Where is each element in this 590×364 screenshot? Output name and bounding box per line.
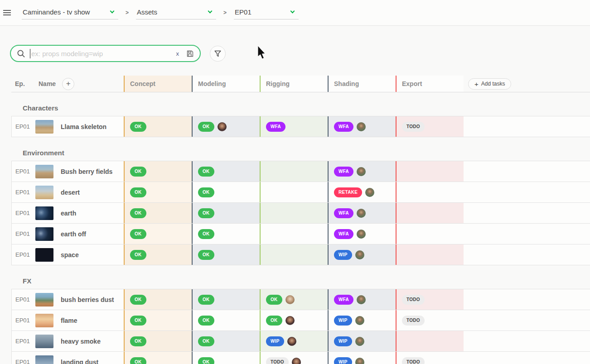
status-badge[interactable]: OK [130, 357, 146, 364]
asset-thumbnail[interactable] [35, 165, 53, 178]
status-badge[interactable]: OK [130, 295, 146, 305]
asset-thumbnail[interactable] [35, 186, 53, 199]
task-cell-modeling[interactable]: OK [192, 289, 260, 310]
task-cell-export[interactable]: TODO [396, 289, 464, 310]
asset-row[interactable]: EP01desertOKOKRETAKE [11, 182, 590, 202]
asset-name[interactable]: space [61, 251, 79, 259]
status-badge[interactable]: WIP [334, 336, 352, 346]
asset-row[interactable]: EP01earth offOKOKWFA [11, 223, 590, 244]
asset-name[interactable]: Bush berry fields [61, 168, 112, 175]
avatar[interactable] [285, 316, 295, 325]
task-cell-export[interactable] [396, 331, 464, 351]
task-cell-shading[interactable]: WIP [328, 352, 396, 364]
asset-row[interactable]: EP01spaceOKOKWIP [11, 244, 590, 265]
task-cell-shading[interactable]: WIP [328, 310, 396, 330]
task-cell-modeling[interactable]: OK [192, 331, 260, 351]
task-cell-modeling[interactable]: OK [192, 116, 260, 137]
asset-name[interactable]: desert [61, 189, 80, 196]
task-cell-modeling[interactable]: OK [192, 203, 260, 223]
add-column-button[interactable]: + [62, 78, 74, 90]
status-badge[interactable]: OK [130, 336, 146, 346]
clear-search-button[interactable]: x [176, 50, 179, 57]
task-cell-shading[interactable]: RETAKE [328, 182, 396, 202]
asset-row[interactable]: EP01landing dustOKOKTODOWIPTODO [11, 351, 590, 364]
avatar[interactable] [285, 295, 295, 304]
column-header-concept[interactable]: Concept [124, 76, 192, 92]
status-badge[interactable]: OK [130, 316, 146, 326]
task-cell-export[interactable]: TODO [396, 352, 464, 364]
avatar[interactable] [355, 316, 364, 325]
task-cell-shading[interactable]: WFA [328, 289, 396, 310]
asset-thumbnail[interactable] [35, 120, 53, 134]
save-search-icon[interactable] [186, 50, 194, 57]
task-cell-shading[interactable]: WFA [328, 203, 396, 223]
asset-row[interactable]: EP01flameOKOKOKWIPTODO [11, 310, 590, 330]
asset-name[interactable]: earth off [61, 230, 86, 238]
task-cell-shading[interactable]: WIP [328, 244, 396, 265]
status-badge[interactable]: OK [130, 122, 146, 132]
avatar[interactable] [357, 122, 366, 131]
task-cell-rigging[interactable]: TODO [260, 352, 328, 364]
task-cell-shading[interactable]: WFA [328, 161, 396, 182]
task-cell-concept[interactable]: OK [124, 161, 192, 182]
task-cell-concept[interactable]: OK [124, 289, 192, 310]
status-badge[interactable]: OK [198, 122, 214, 132]
avatar[interactable] [357, 209, 366, 218]
task-cell-concept[interactable]: OK [124, 244, 192, 265]
task-cell-export[interactable] [396, 203, 464, 223]
avatar[interactable] [287, 337, 296, 346]
task-cell-export[interactable] [396, 182, 464, 202]
avatar[interactable] [357, 167, 366, 176]
breadcrumb-section-select[interactable]: Assets [136, 6, 216, 19]
status-badge[interactable]: WFA [334, 122, 353, 132]
asset-row[interactable]: EP01bush berries dustOKOKOKWFATODO [11, 289, 590, 310]
task-cell-export[interactable]: TODO [396, 310, 464, 330]
avatar[interactable] [357, 230, 366, 239]
avatar[interactable] [355, 250, 364, 259]
avatar[interactable] [357, 295, 366, 304]
asset-row[interactable]: EP01heavy smokeOKOKWIPWIP [11, 330, 590, 351]
status-badge[interactable]: OK [198, 250, 214, 260]
breadcrumb-production-select[interactable]: Caminandes - tv show [22, 6, 118, 19]
task-cell-rigging[interactable]: OK [260, 310, 328, 330]
status-badge[interactable]: OK [130, 167, 146, 177]
status-badge[interactable]: WFA [334, 208, 353, 218]
asset-thumbnail[interactable] [35, 314, 53, 327]
asset-name[interactable]: flame [61, 317, 77, 324]
status-badge[interactable]: OK [198, 336, 214, 346]
asset-name[interactable]: Llama skeleton [61, 123, 106, 130]
task-cell-concept[interactable]: OK [124, 352, 192, 364]
task-cell-rigging[interactable] [260, 224, 328, 244]
avatar[interactable] [355, 358, 364, 364]
status-badge[interactable]: WFA [334, 167, 353, 177]
task-cell-rigging[interactable]: OK [260, 289, 328, 310]
avatar[interactable] [218, 122, 227, 131]
asset-name[interactable]: landing dust [61, 359, 98, 364]
status-badge[interactable]: OK [130, 208, 146, 218]
task-cell-export[interactable] [396, 224, 464, 244]
asset-thumbnail[interactable] [35, 355, 53, 364]
avatar[interactable] [355, 337, 364, 346]
task-cell-modeling[interactable]: OK [192, 161, 260, 182]
status-badge[interactable]: OK [198, 208, 214, 218]
asset-thumbnail[interactable] [35, 335, 53, 348]
task-cell-modeling[interactable]: OK [192, 310, 260, 330]
status-badge[interactable]: OK [266, 295, 282, 305]
asset-row[interactable]: EP01Bush berry fieldsOKOKWFA [11, 161, 590, 182]
status-badge[interactable]: WIP [266, 336, 284, 346]
status-badge[interactable]: OK [130, 250, 146, 260]
status-badge[interactable]: TODO [402, 122, 425, 132]
status-badge[interactable]: WFA [334, 295, 353, 305]
asset-name[interactable]: earth [61, 210, 76, 217]
task-cell-rigging[interactable] [260, 182, 328, 202]
task-cell-modeling[interactable]: OK [192, 182, 260, 202]
task-cell-rigging[interactable]: WFA [260, 116, 328, 137]
task-cell-concept[interactable]: OK [124, 224, 192, 244]
asset-name[interactable]: bush berries dust [61, 296, 114, 303]
task-cell-modeling[interactable]: OK [192, 352, 260, 364]
task-cell-shading[interactable]: WIP [328, 331, 396, 351]
status-badge[interactable]: WIP [334, 250, 352, 260]
task-cell-concept[interactable]: OK [124, 310, 192, 330]
status-badge[interactable]: TODO [266, 357, 289, 364]
task-cell-concept[interactable]: OK [124, 116, 192, 137]
